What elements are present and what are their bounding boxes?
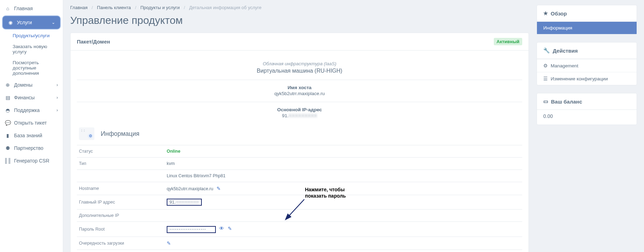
sidebar-item-open-ticket[interactable]: 💬 Открыть тикет [0,117,63,129]
sidebar-item-support[interactable]: ◓ Поддержка › [0,104,63,117]
package-card: Пакет/Домен Активный Облачная инфраструк… [70,33,529,252]
server-icon: • •• • ⚙ [79,127,94,140]
table-row: Hostname qyk5b2utrr.maxiplace.ru ✎ [77,182,522,195]
boot-label: Очередность загрузки [77,237,165,250]
gear-icon: ⚙ [88,133,93,139]
aside-item-config-change[interactable]: ☰ Изменение конфигурации [537,72,637,85]
globe-icon: ⊕ [5,82,11,88]
sidebar-label: База знаний [14,133,42,138]
breadcrumb-sep: / [135,5,137,10]
os-value: Linux Centos Bitrixvm7 Php81 [165,170,522,182]
info-table: Статус Online Тип kvm Linux Centos Bitri… [77,145,522,252]
cloud-label: Облачная инфраструктура (IaaS) [77,61,522,66]
balance-card: ▭ Ваш баланс 0.00 [537,93,637,125]
hostname-title: Имя хоста [77,85,522,90]
overview-card: ★ Обзор Информация [537,5,637,34]
aside-item-management[interactable]: ⚙ Management [537,59,637,72]
eye-icon[interactable]: 👁 [219,225,224,231]
type-value: kvm [165,158,522,170]
aside-label: Изменение конфигурации [551,76,608,81]
sidebar-item-domains[interactable]: ⊕ Домены › [0,79,63,91]
table-row: Очередность загрузки ✎ [77,237,522,250]
annotation-text: Нажмите, чтобы показать пароль [305,187,346,199]
breadcrumb: Главная / Панель клиента / Продукты и ус… [70,5,529,10]
root-label: Пароль Root [77,222,165,237]
extra-ip-label: Дополнительные IP [77,210,165,222]
iso-label: ISO [77,250,165,252]
main-ip-label: Главный IP адрес [77,195,165,210]
main-ip-prefix: 91. [170,200,175,205]
table-row: Пароль Root •••••••••••••••••••• 👁 ✎ [77,222,522,237]
ip-prefix: 91. [282,113,289,118]
aside-item-info[interactable]: Информация [537,22,637,34]
balance-value: 0.00 [537,110,637,125]
chevron-down-icon: ⌄ [52,20,55,25]
sidebar-item-finance[interactable]: ▤ Финансы › [0,91,63,104]
ip-masked: XXXXXXXXX [288,113,317,118]
sidebar-label: Генератор CSR [14,158,49,164]
ip-value: 91.XXXXXXXXX [77,113,522,118]
main-ip-box: 91.XXXXXXXX [167,199,202,206]
sidebar-sub-addons[interactable]: Посмотреть доступные дополнения [0,57,63,79]
breadcrumb-home[interactable]: Главная [70,5,87,10]
hostname-row-value: qyk5b2utrr.maxiplace.ru [167,186,213,191]
lifebuoy-icon: ◓ [5,107,11,113]
hostname-value: qyk5b2utrr.maxiplace.ru [77,91,522,96]
machine-label: Виртуальная машина (RU-HIGH) [77,68,522,74]
hostname-row-label: Hostname [77,182,165,195]
users-icon: ⚉ [5,145,11,151]
chat-icon: 💬 [5,120,11,126]
extra-ip-value [165,210,522,222]
sidebar-item-csr[interactable]: ║║ Генератор CSR [0,154,63,167]
status-badge: Активный [494,38,522,45]
sidebar-sub-order[interactable]: Заказать новую услугу [0,41,63,57]
status-value: Online [167,149,180,154]
gears-icon: ⚙ [543,63,548,68]
sidebar: ⌂ Главная ◉ Услуги ⌄ Продукты/услуги Зак… [0,0,63,252]
sidebar-sub-products[interactable]: Продукты/услуги [0,30,63,41]
page-title: Управление продуктом [70,14,529,26]
book-icon: ▮ [5,133,11,138]
breadcrumb-sep: / [92,5,93,10]
main-ip-masked: XXXXXXXX [175,200,199,205]
sidebar-item-partnership[interactable]: ⚉ Партнерство [0,142,63,154]
actions-card: 🔧 Действия ⚙ Management ☰ Изменение конф… [537,42,637,85]
root-password-box: •••••••••••••••••••• [167,226,216,233]
status-label: Статус [77,145,165,158]
sidebar-label: Услуги [17,20,32,25]
sidebar-item-services[interactable]: ◉ Услуги ⌄ [3,16,60,29]
package-title: Пакет/Домен [77,39,110,45]
balance-title: Ваш баланс [551,99,582,105]
sidebar-label: Финансы [14,95,35,100]
sidebar-item-home[interactable]: ⌂ Главная [0,2,63,15]
table-row: ISO ✎ [77,250,522,252]
type-label: Тип [77,158,165,170]
sidebar-label: Партнерство [14,145,44,151]
barcode-icon: ║║ [5,158,11,164]
card-icon: ▭ [543,98,548,105]
sidebar-label: Домены [14,82,33,88]
table-row: Дополнительные IP [77,210,522,222]
star-icon: ★ [543,10,548,16]
table-row: Тип kvm [77,158,522,170]
edit-icon[interactable]: ✎ [167,240,171,246]
breadcrumb-products[interactable]: Продукты и услуги [140,5,180,10]
home-icon: ⌂ [5,6,11,11]
breadcrumb-panel[interactable]: Панель клиента [97,5,131,10]
aside-label: Management [551,63,578,68]
table-row: Linux Centos Bitrixvm7 Php81 [77,170,522,182]
os-label [77,170,165,182]
edit-icon[interactable]: ✎ [217,186,221,191]
actions-title: Действия [553,48,578,54]
edit-icon[interactable]: ✎ [228,226,232,231]
sidebar-label: Главная [14,6,33,11]
breadcrumb-current: Детальная информация об услуге [189,5,261,10]
sidebar-label: Поддержка [14,107,40,113]
table-row: Статус Online [77,145,522,158]
list-icon: ☰ [543,76,548,81]
sidebar-item-kb[interactable]: ▮ База знаний [0,129,63,142]
chevron-right-icon: › [57,108,58,113]
sidebar-label: Открыть тикет [14,120,47,126]
chevron-right-icon: › [57,95,58,100]
info-title: Информация [101,130,139,138]
